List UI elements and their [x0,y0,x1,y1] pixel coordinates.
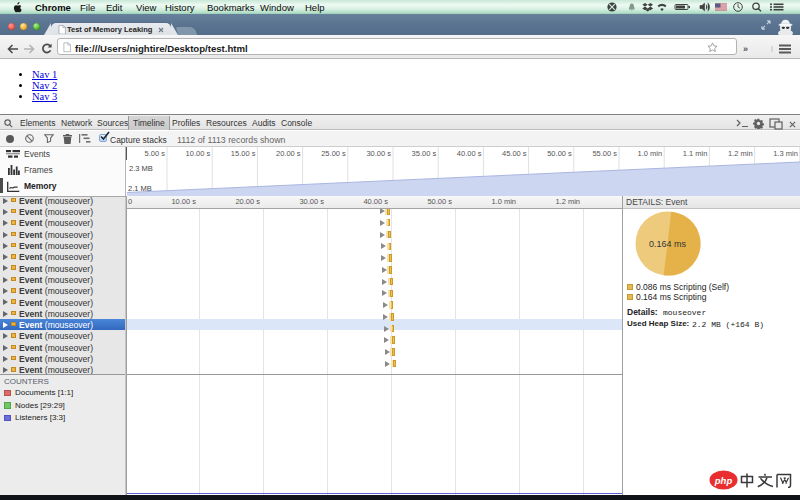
svg-text:php: php [714,475,733,486]
